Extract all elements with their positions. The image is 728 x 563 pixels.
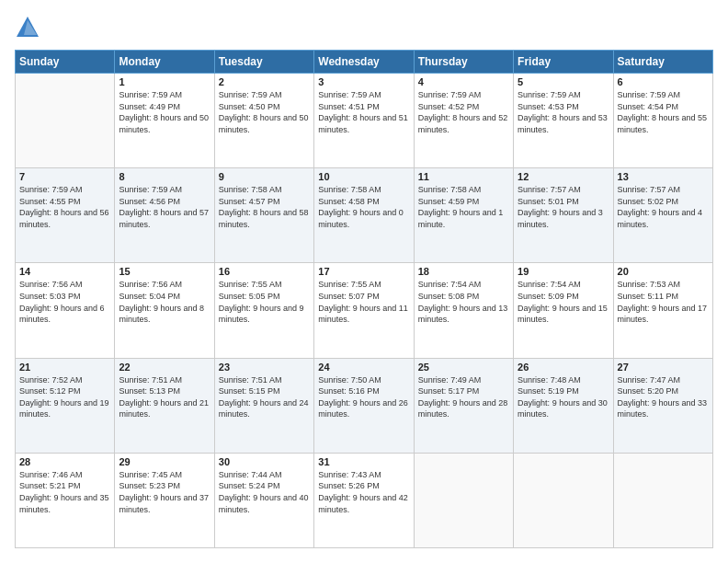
calendar-cell: 25Sunrise: 7:49 AM Sunset: 5:17 PM Dayli… xyxy=(414,358,513,453)
calendar-cell: 29Sunrise: 7:45 AM Sunset: 5:23 PM Dayli… xyxy=(115,453,214,547)
calendar-cell: 12Sunrise: 7:57 AM Sunset: 5:01 PM Dayli… xyxy=(514,168,613,263)
calendar-cell: 8Sunrise: 7:59 AM Sunset: 4:56 PM Daylig… xyxy=(115,168,214,263)
calendar-week-row: 7Sunrise: 7:59 AM Sunset: 4:55 PM Daylig… xyxy=(16,168,713,263)
calendar-cell: 15Sunrise: 7:56 AM Sunset: 5:04 PM Dayli… xyxy=(115,263,214,358)
day-number: 4 xyxy=(418,76,509,87)
day-number: 12 xyxy=(518,171,609,182)
day-number: 10 xyxy=(318,171,409,182)
cell-info: Sunrise: 7:55 AM Sunset: 5:05 PM Dayligh… xyxy=(219,279,310,325)
calendar-cell: 30Sunrise: 7:44 AM Sunset: 5:24 PM Dayli… xyxy=(214,453,313,547)
cell-info: Sunrise: 7:54 AM Sunset: 5:09 PM Dayligh… xyxy=(518,279,609,325)
weekday-header-saturday: Saturday xyxy=(613,51,712,74)
calendar-cell: 11Sunrise: 7:58 AM Sunset: 4:59 PM Dayli… xyxy=(414,168,513,263)
cell-info: Sunrise: 7:47 AM Sunset: 5:20 PM Dayligh… xyxy=(618,374,709,420)
cell-info: Sunrise: 7:54 AM Sunset: 5:08 PM Dayligh… xyxy=(418,279,509,325)
day-number: 27 xyxy=(618,362,709,373)
calendar-cell: 3Sunrise: 7:59 AM Sunset: 4:51 PM Daylig… xyxy=(314,74,414,168)
day-number: 29 xyxy=(119,456,210,467)
calendar-week-row: 14Sunrise: 7:56 AM Sunset: 5:03 PM Dayli… xyxy=(16,263,713,358)
calendar-cell: 17Sunrise: 7:55 AM Sunset: 5:07 PM Dayli… xyxy=(314,263,414,358)
cell-info: Sunrise: 7:46 AM Sunset: 5:21 PM Dayligh… xyxy=(19,469,110,515)
cell-info: Sunrise: 7:56 AM Sunset: 5:03 PM Dayligh… xyxy=(19,279,110,325)
calendar-cell: 20Sunrise: 7:53 AM Sunset: 5:11 PM Dayli… xyxy=(613,263,712,358)
calendar-cell: 22Sunrise: 7:51 AM Sunset: 5:13 PM Dayli… xyxy=(115,358,214,453)
calendar-cell: 4Sunrise: 7:59 AM Sunset: 4:52 PM Daylig… xyxy=(414,74,513,168)
day-number: 24 xyxy=(318,362,409,373)
cell-info: Sunrise: 7:58 AM Sunset: 4:57 PM Dayligh… xyxy=(219,184,310,230)
calendar-cell: 31Sunrise: 7:43 AM Sunset: 5:26 PM Dayli… xyxy=(314,453,414,547)
day-number: 11 xyxy=(418,171,509,182)
calendar-cell: 19Sunrise: 7:54 AM Sunset: 5:09 PM Dayli… xyxy=(514,263,613,358)
day-number: 20 xyxy=(618,266,709,277)
calendar-cell xyxy=(613,453,712,547)
cell-info: Sunrise: 7:59 AM Sunset: 4:51 PM Dayligh… xyxy=(318,89,409,135)
weekday-header-wednesday: Wednesday xyxy=(314,51,414,74)
calendar-cell: 9Sunrise: 7:58 AM Sunset: 4:57 PM Daylig… xyxy=(214,168,313,263)
calendar-cell: 10Sunrise: 7:58 AM Sunset: 4:58 PM Dayli… xyxy=(314,168,414,263)
day-number: 3 xyxy=(318,76,409,87)
calendar-cell: 18Sunrise: 7:54 AM Sunset: 5:08 PM Dayli… xyxy=(414,263,513,358)
calendar-cell xyxy=(514,453,613,547)
calendar-cell: 1Sunrise: 7:59 AM Sunset: 4:49 PM Daylig… xyxy=(115,74,214,168)
calendar-cell xyxy=(16,74,115,168)
cell-info: Sunrise: 7:55 AM Sunset: 5:07 PM Dayligh… xyxy=(318,279,409,325)
cell-info: Sunrise: 7:48 AM Sunset: 5:19 PM Dayligh… xyxy=(518,374,609,420)
calendar-cell: 28Sunrise: 7:46 AM Sunset: 5:21 PM Dayli… xyxy=(16,453,115,547)
cell-info: Sunrise: 7:43 AM Sunset: 5:26 PM Dayligh… xyxy=(318,469,409,515)
day-number: 28 xyxy=(19,456,110,467)
cell-info: Sunrise: 7:59 AM Sunset: 4:52 PM Dayligh… xyxy=(418,89,509,135)
calendar-week-row: 1Sunrise: 7:59 AM Sunset: 4:49 PM Daylig… xyxy=(16,74,713,168)
cell-info: Sunrise: 7:57 AM Sunset: 5:01 PM Dayligh… xyxy=(518,184,609,230)
day-number: 17 xyxy=(318,266,409,277)
day-number: 19 xyxy=(518,266,609,277)
page: SundayMondayTuesdayWednesdayThursdayFrid… xyxy=(0,0,728,563)
cell-info: Sunrise: 7:51 AM Sunset: 5:15 PM Dayligh… xyxy=(219,374,310,420)
calendar-cell: 2Sunrise: 7:59 AM Sunset: 4:50 PM Daylig… xyxy=(214,74,313,168)
day-number: 18 xyxy=(418,266,509,277)
day-number: 16 xyxy=(219,266,310,277)
cell-info: Sunrise: 7:58 AM Sunset: 4:58 PM Dayligh… xyxy=(318,184,409,230)
cell-info: Sunrise: 7:59 AM Sunset: 4:56 PM Dayligh… xyxy=(119,184,210,230)
day-number: 22 xyxy=(119,362,210,373)
cell-info: Sunrise: 7:58 AM Sunset: 4:59 PM Dayligh… xyxy=(418,184,509,230)
calendar-cell: 13Sunrise: 7:57 AM Sunset: 5:02 PM Dayli… xyxy=(613,168,712,263)
day-number: 26 xyxy=(518,362,609,373)
day-number: 9 xyxy=(219,171,310,182)
calendar-cell: 23Sunrise: 7:51 AM Sunset: 5:15 PM Dayli… xyxy=(214,358,313,453)
cell-info: Sunrise: 7:49 AM Sunset: 5:17 PM Dayligh… xyxy=(418,374,509,420)
weekday-header-monday: Monday xyxy=(115,51,214,74)
calendar-cell: 7Sunrise: 7:59 AM Sunset: 4:55 PM Daylig… xyxy=(16,168,115,263)
cell-info: Sunrise: 7:59 AM Sunset: 4:49 PM Dayligh… xyxy=(119,89,210,135)
logo xyxy=(15,15,44,40)
calendar-week-row: 21Sunrise: 7:52 AM Sunset: 5:12 PM Dayli… xyxy=(16,358,713,453)
header xyxy=(15,15,713,40)
day-number: 30 xyxy=(219,456,310,467)
day-number: 23 xyxy=(219,362,310,373)
cell-info: Sunrise: 7:51 AM Sunset: 5:13 PM Dayligh… xyxy=(119,374,210,420)
cell-info: Sunrise: 7:52 AM Sunset: 5:12 PM Dayligh… xyxy=(19,374,110,420)
day-number: 15 xyxy=(119,266,210,277)
calendar-cell: 21Sunrise: 7:52 AM Sunset: 5:12 PM Dayli… xyxy=(16,358,115,453)
cell-info: Sunrise: 7:45 AM Sunset: 5:23 PM Dayligh… xyxy=(119,469,210,515)
calendar-cell: 24Sunrise: 7:50 AM Sunset: 5:16 PM Dayli… xyxy=(314,358,414,453)
day-number: 1 xyxy=(119,76,210,87)
day-number: 13 xyxy=(618,171,709,182)
calendar-cell: 27Sunrise: 7:47 AM Sunset: 5:20 PM Dayli… xyxy=(613,358,712,453)
calendar-week-row: 28Sunrise: 7:46 AM Sunset: 5:21 PM Dayli… xyxy=(16,453,713,547)
day-number: 21 xyxy=(19,362,110,373)
day-number: 25 xyxy=(418,362,509,373)
cell-info: Sunrise: 7:59 AM Sunset: 4:55 PM Dayligh… xyxy=(19,184,110,230)
calendar-cell: 6Sunrise: 7:59 AM Sunset: 4:54 PM Daylig… xyxy=(613,74,712,168)
weekday-header-tuesday: Tuesday xyxy=(214,51,313,74)
cell-info: Sunrise: 7:59 AM Sunset: 4:50 PM Dayligh… xyxy=(219,89,310,135)
cell-info: Sunrise: 7:59 AM Sunset: 4:53 PM Dayligh… xyxy=(518,89,609,135)
day-number: 5 xyxy=(518,76,609,87)
logo-icon xyxy=(15,15,40,40)
day-number: 8 xyxy=(119,171,210,182)
weekday-header-row: SundayMondayTuesdayWednesdayThursdayFrid… xyxy=(16,51,713,74)
cell-info: Sunrise: 7:56 AM Sunset: 5:04 PM Dayligh… xyxy=(119,279,210,325)
day-number: 6 xyxy=(618,76,709,87)
weekday-header-sunday: Sunday xyxy=(16,51,115,74)
calendar-cell: 26Sunrise: 7:48 AM Sunset: 5:19 PM Dayli… xyxy=(514,358,613,453)
calendar-cell: 14Sunrise: 7:56 AM Sunset: 5:03 PM Dayli… xyxy=(16,263,115,358)
